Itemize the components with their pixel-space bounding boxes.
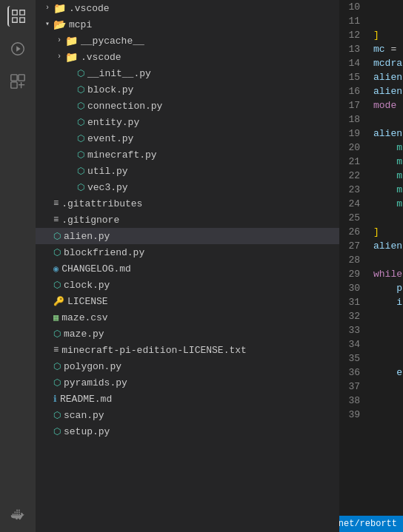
folder-open-icon: 📂 [53, 18, 66, 31]
sidebar-item-clock[interactable]: ⬡ clock.py [36, 277, 339, 293]
python-file-icon: ⬡ [77, 149, 84, 161]
code-line-10 [373, 0, 403, 14]
svg-rect-3 [19, 75, 24, 81]
sidebar-item-entity[interactable]: ⬡ entity.py [36, 114, 339, 130]
sidebar-item-label: minecraft-pi-edition-LICENSE.txt [61, 345, 247, 356]
sidebar-item-label: event.py [87, 133, 133, 144]
sidebar-item-util[interactable]: ⬡ util.py [36, 163, 339, 179]
token-m22: m [373, 169, 402, 183]
sidebar-item-gitignore[interactable]: ≡ .gitignore [36, 212, 339, 228]
sidebar-item-label: __init__.py [87, 68, 151, 79]
code-line-28 [373, 253, 403, 267]
python-file-icon: ⬡ [53, 410, 61, 421]
run-icon[interactable] [7, 38, 28, 59]
sidebar-item-label: entity.py [87, 117, 139, 128]
sidebar-item-pycache[interactable]: 📁 __pycache__ [36, 33, 339, 49]
sidebar-item-alien[interactable]: ⬡ alien.py [36, 228, 339, 244]
sidebar-item-label: block.py [87, 84, 133, 95]
keyword-mode: mode [373, 98, 396, 112]
code-line-19: alien [373, 127, 403, 141]
sidebar-item-init[interactable]: ⬡ __init__.py [36, 65, 339, 81]
sidebar-item-label: maze.csv [61, 312, 107, 323]
code-line-34 [373, 337, 403, 351]
var-alien16: alien [373, 84, 402, 98]
var-alien27: alien [373, 239, 402, 253]
token-m21: m [373, 155, 402, 169]
code-line-21: m [373, 155, 403, 169]
sidebar-item-vec3[interactable]: ⬡ vec3.py [36, 179, 339, 195]
sidebar-item-connection[interactable]: ⬡ connection.py [36, 98, 339, 114]
token-p30: p [373, 281, 402, 295]
svg-rect-4 [11, 82, 17, 88]
sidebar-item-scan[interactable]: ⬡ scan.py [36, 407, 339, 423]
sidebar-item-event[interactable]: ⬡ event.py [36, 130, 339, 147]
sidebar-item-pyramids[interactable]: ⬡ pyramids.py [36, 374, 339, 391]
sidebar-item-blockfriend[interactable]: ⬡ blockfriend.py [36, 244, 339, 260]
code-content[interactable]: ] mc = mcdra alien alien mode alien [370, 0, 403, 516]
sidebar: 📁 .vscode 📂 mcpi 📁 __pycache__ 📁 .vscode… [36, 0, 339, 532]
token-m24: m [373, 197, 402, 211]
code-line-18 [373, 112, 403, 127]
python-file-icon: ⬡ [53, 361, 61, 372]
code-line-29: while [373, 267, 403, 281]
bracket26: ] [373, 225, 379, 239]
sidebar-item-label: .vscode [81, 52, 121, 63]
sidebar-item-label: polygon.py [64, 361, 121, 372]
python-file-icon: ⬡ [53, 231, 61, 242]
token-m23: m [373, 183, 402, 197]
sidebar-item-mazepy[interactable]: ⬡ maze.py [36, 326, 339, 342]
sidebar-item-readme[interactable]: ℹ README.md [36, 391, 339, 407]
token-i31: i [373, 295, 402, 309]
sidebar-item-label: util.py [87, 166, 128, 177]
sidebar-item-mcpi-license[interactable]: ≡ minecraft-pi-edition-LICENSE.txt [36, 342, 339, 358]
git-file-icon: ≡ [53, 198, 59, 209]
sidebar-item-label: CHANGELOG.md [61, 263, 131, 275]
chevron-mcpi [41, 18, 53, 30]
code-line-14: mcdra [373, 56, 403, 70]
explorer-icon[interactable] [7, 6, 28, 27]
sidebar-item-license[interactable]: 🔑 LICENSE [36, 293, 339, 309]
code-line-38 [373, 394, 403, 408]
editor-content: 10 11 12 13 14 15 16 17 18 19 20 21 22 2… [339, 0, 403, 516]
sidebar-item-label: __pycache__ [81, 36, 144, 47]
key-file-icon: 🔑 [53, 296, 64, 307]
op-equals: = [385, 42, 402, 56]
python-file-icon: ⬡ [77, 166, 84, 177]
status-url: https://blog.csdn.net/rebortt [339, 519, 397, 529]
chevron-pycache [53, 35, 65, 47]
python-file-icon: ⬡ [53, 280, 61, 291]
folder-icon: 📁 [65, 35, 78, 47]
sidebar-item-changelog[interactable]: ◉ CHANGELOG.md [36, 260, 339, 277]
sidebar-item-label: .gitignore [61, 215, 119, 226]
svg-rect-2 [11, 75, 17, 81]
code-line-36: e [373, 366, 403, 380]
sidebar-item-mcpi[interactable]: 📂 mcpi [36, 16, 339, 33]
code-line-33 [373, 323, 403, 337]
sidebar-item-block[interactable]: ⬡ block.py [36, 81, 339, 98]
line-numbers: 10 11 12 13 14 15 16 17 18 19 20 21 22 2… [339, 0, 370, 516]
code-line-23: m [373, 183, 403, 197]
sidebar-item-label: pyramids.py [64, 377, 127, 388]
sidebar-item-vscode[interactable]: 📁 .vscode [36, 0, 339, 16]
extensions-icon[interactable] [7, 71, 28, 92]
sidebar-item-mazecsv[interactable]: ▦ maze.csv [36, 309, 339, 326]
code-line-15: alien [373, 70, 403, 84]
sidebar-item-minecraft[interactable]: ⬡ minecraft.py [36, 147, 339, 163]
python-file-icon: ⬡ [77, 117, 84, 128]
code-line-39 [373, 408, 403, 422]
sidebar-item-label: blockfriend.py [64, 247, 144, 258]
sidebar-item-setup[interactable]: ⬡ setup.py [36, 423, 339, 440]
sidebar-item-gitattributes[interactable]: ≡ .gitattributes [36, 195, 339, 212]
code-line-27: alien [373, 239, 403, 253]
activity-bar [0, 0, 36, 532]
code-line-35 [373, 351, 403, 366]
sidebar-item-polygon[interactable]: ⬡ polygon.py [36, 358, 339, 374]
sidebar-item-label: mcpi [69, 19, 92, 30]
folder-icon: 📁 [53, 2, 66, 15]
python-file-icon: ⬡ [53, 247, 61, 258]
sidebar-item-vscode-inner[interactable]: 📁 .vscode [36, 49, 339, 65]
docker-icon[interactable] [7, 505, 28, 526]
python-file-icon: ⬡ [77, 68, 84, 79]
code-line-22: m [373, 169, 403, 183]
csv-file-icon: ▦ [53, 312, 59, 323]
